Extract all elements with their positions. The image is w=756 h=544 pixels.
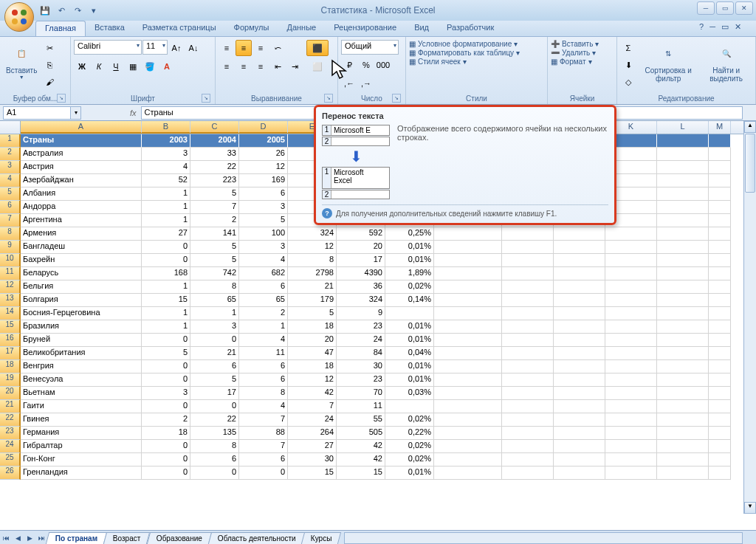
cell[interactable]: 42 <box>337 453 385 466</box>
increase-decimal-icon[interactable]: ,← <box>341 75 357 92</box>
cell[interactable]: 30 <box>337 360 385 373</box>
cell[interactable] <box>502 227 554 241</box>
cell[interactable]: 324 <box>288 227 337 241</box>
cell[interactable]: 4390 <box>337 267 385 280</box>
cell[interactable]: 0 <box>142 254 190 267</box>
row-header[interactable]: 10 <box>0 254 21 267</box>
cell[interactable]: 5 <box>239 214 288 227</box>
restore-doc-icon[interactable]: ▭ <box>721 22 729 32</box>
cell[interactable] <box>554 267 605 280</box>
cell[interactable] <box>605 387 657 400</box>
row-header[interactable]: 18 <box>0 360 21 373</box>
cell[interactable] <box>657 227 709 241</box>
cell[interactable] <box>554 360 605 373</box>
cell[interactable]: 0 <box>190 400 239 413</box>
cell[interactable] <box>709 280 731 294</box>
cell[interactable] <box>502 241 554 254</box>
cell[interactable]: Албания <box>21 187 142 201</box>
align-top-icon[interactable]: ≡ <box>219 40 235 56</box>
cell[interactable] <box>709 387 731 400</box>
help-icon[interactable]: ? <box>699 22 704 32</box>
row-header[interactable]: 14 <box>0 307 21 320</box>
cell[interactable] <box>554 373 605 387</box>
cell[interactable]: 0,01% <box>385 360 434 373</box>
cell[interactable] <box>657 427 709 440</box>
column-header[interactable]: C <box>190 121 239 134</box>
cell[interactable] <box>502 413 554 427</box>
italic-icon[interactable]: К <box>91 58 107 75</box>
maximize-button[interactable]: ▭ <box>716 1 734 15</box>
save-icon[interactable]: 💾 <box>38 4 52 17</box>
cell[interactable] <box>709 267 731 280</box>
scroll-down-icon[interactable]: ▼ <box>744 502 756 514</box>
cell[interactable] <box>434 373 502 387</box>
cell[interactable] <box>385 307 434 320</box>
cell[interactable] <box>605 307 657 320</box>
cell[interactable]: 1 <box>142 280 190 294</box>
cell[interactable] <box>605 453 657 466</box>
align-left-icon[interactable]: ≡ <box>219 58 235 75</box>
bold-icon[interactable]: Ж <box>74 58 90 75</box>
cell[interactable] <box>502 387 554 400</box>
cell[interactable] <box>502 400 554 413</box>
cell[interactable] <box>502 307 554 320</box>
cell[interactable]: Бруней <box>21 334 142 347</box>
cell[interactable]: 0,25% <box>385 227 434 241</box>
row-header[interactable]: 26 <box>0 466 21 480</box>
cell[interactable]: 5 <box>190 187 239 201</box>
cell[interactable] <box>554 453 605 466</box>
cell[interactable]: 2004 <box>190 134 239 148</box>
cell[interactable]: 15 <box>142 294 190 307</box>
cell[interactable]: 15 <box>337 466 385 480</box>
row-header[interactable]: 5 <box>0 187 21 201</box>
cell[interactable] <box>709 413 731 427</box>
ribbon-tab[interactable]: Данные <box>278 21 325 36</box>
cell[interactable] <box>605 267 657 280</box>
cell[interactable] <box>709 241 731 254</box>
cell[interactable]: 3 <box>239 201 288 214</box>
cell[interactable]: 2 <box>190 214 239 227</box>
number-format-combo[interactable]: Общий <box>341 40 399 55</box>
cell[interactable] <box>657 400 709 413</box>
cell[interactable]: 18 <box>288 360 337 373</box>
cell[interactable]: 15 <box>288 466 337 480</box>
sheet-tab[interactable]: Образование <box>146 532 211 544</box>
cell[interactable] <box>554 427 605 440</box>
cell[interactable] <box>657 347 709 360</box>
align-right-icon[interactable]: ≡ <box>252 58 269 75</box>
cell[interactable]: 0,01% <box>385 241 434 254</box>
cell[interactable]: 4 <box>239 334 288 347</box>
name-box[interactable]: A1 <box>3 106 71 120</box>
horizontal-scrollbar[interactable] <box>344 532 743 544</box>
cell[interactable]: 223 <box>190 174 239 187</box>
cell[interactable] <box>709 148 731 161</box>
cell[interactable]: 0,02% <box>385 440 434 453</box>
cell[interactable]: 6 <box>190 453 239 466</box>
ribbon-tab[interactable]: Вид <box>405 21 438 36</box>
copy-icon[interactable]: ⎘ <box>41 57 58 73</box>
row-header[interactable]: 23 <box>0 427 21 440</box>
undo-icon[interactable]: ↶ <box>55 4 68 17</box>
cell[interactable]: 2 <box>142 413 190 427</box>
cell[interactable]: Гаити <box>21 400 142 413</box>
cell[interactable]: 22 <box>190 413 239 427</box>
cell[interactable] <box>502 254 554 267</box>
cell[interactable]: 5 <box>190 241 239 254</box>
currency-icon[interactable]: ₽ <box>341 57 357 73</box>
redo-icon[interactable]: ↷ <box>71 4 84 17</box>
cell[interactable]: 141 <box>190 227 239 241</box>
sheet-tab[interactable]: Возраст <box>103 532 151 544</box>
decrease-indent-icon[interactable]: ⇤ <box>269 58 286 75</box>
merge-center-button[interactable]: ⬜ <box>306 58 329 75</box>
row-header[interactable]: 15 <box>0 320 21 334</box>
cell[interactable] <box>434 227 502 241</box>
cell[interactable]: 179 <box>288 294 337 307</box>
cell[interactable] <box>434 453 502 466</box>
cell[interactable]: 0,02% <box>385 280 434 294</box>
row-header[interactable]: 19 <box>0 373 21 387</box>
cell[interactable] <box>709 466 731 480</box>
cell[interactable] <box>434 334 502 347</box>
cell[interactable]: 2 <box>239 307 288 320</box>
cell[interactable] <box>554 440 605 453</box>
cell[interactable] <box>502 360 554 373</box>
